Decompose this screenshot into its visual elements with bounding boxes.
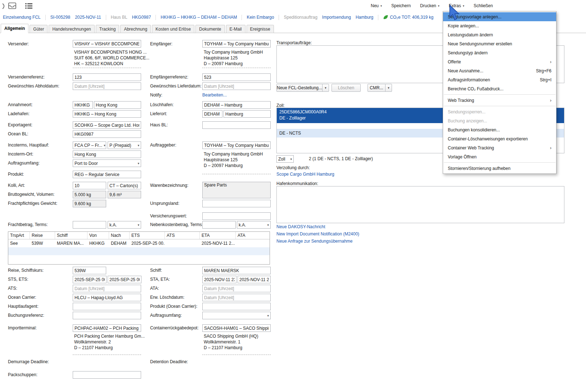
versender-field[interactable] bbox=[73, 40, 141, 48]
menu-item-auftragsinformationen[interactable]: AuftragsinformationenStrg+I bbox=[443, 75, 556, 84]
menu-item-kopie-anlegen[interactable]: Kopie anlegen... bbox=[443, 21, 556, 30]
nebenkosten-terms-select[interactable]: k.A.▾ bbox=[237, 221, 271, 229]
table-row[interactable]: See 539W MAREN MA... HKHKG DEHAM 2025-SE… bbox=[8, 239, 270, 247]
annahmeort-name-field[interactable] bbox=[94, 101, 141, 109]
cmr-dropdown-arrow[interactable]: ▾ bbox=[385, 84, 392, 92]
tab-tracking[interactable]: Tracking bbox=[96, 25, 120, 33]
frachtbetrag-terms-select[interactable]: k.A.▾ bbox=[108, 221, 141, 229]
erw-loeschdatum-field[interactable] bbox=[202, 294, 271, 301]
table-header-schiff[interactable]: Schiff bbox=[55, 232, 87, 239]
co2-total[interactable]: CO₂e TOT: 406,319 kg bbox=[383, 15, 433, 20]
kolli-art-field[interactable] bbox=[108, 182, 141, 189]
hauptlaufagent-field[interactable] bbox=[73, 303, 141, 310]
buchungsreferenz-field[interactable] bbox=[73, 312, 141, 319]
incoterm-ort-field[interactable] bbox=[73, 150, 141, 158]
warenbezeichnung-textarea[interactable]: Spare Parts bbox=[202, 182, 271, 198]
exportagent-field[interactable] bbox=[73, 121, 141, 129]
notify-bearbeiten-link[interactable]: Bearbeiten... bbox=[202, 93, 227, 98]
inbox-icon[interactable] bbox=[8, 2, 17, 9]
tab-dokumente[interactable]: Dokumente bbox=[195, 25, 225, 33]
ocean-bl-field[interactable] bbox=[73, 130, 141, 138]
tab-gueter[interactable]: Güter bbox=[30, 25, 48, 33]
shipment-id[interactable]: SI-005298 bbox=[50, 15, 70, 20]
table-header-ats[interactable]: ATS bbox=[165, 232, 200, 239]
frachtbetrag-field[interactable] bbox=[73, 221, 106, 229]
fcl-dropdown-arrow[interactable]: ▾ bbox=[322, 84, 329, 92]
table-header-trspart[interactable]: TrspArt bbox=[8, 232, 30, 239]
haus-bl-field[interactable] bbox=[202, 121, 271, 129]
menu-item-berechne-co2[interactable]: Berechne CO₂ Fußabdruck... bbox=[443, 84, 556, 93]
tab-allgemein[interactable]: Allgemein bbox=[1, 24, 28, 33]
ata-field[interactable] bbox=[202, 285, 271, 292]
tab-ereignisse[interactable]: Ereignisse bbox=[247, 25, 274, 33]
menu-item-offerte[interactable]: Offerte› bbox=[443, 57, 556, 66]
produkt-ocean-carrier-field[interactable] bbox=[202, 303, 271, 310]
abholdatum-field[interactable] bbox=[73, 82, 141, 90]
hauptlauf-terms-select[interactable]: P (Prepaid)▾ bbox=[108, 141, 141, 149]
hafenkommunikation-list[interactable] bbox=[276, 186, 564, 223]
sts-field[interactable] bbox=[73, 276, 107, 283]
importterminal-field[interactable] bbox=[73, 324, 141, 332]
lieferort-code-field[interactable] bbox=[202, 110, 222, 118]
table-header-ets[interactable]: ETS bbox=[130, 232, 165, 239]
packschuppen-field[interactable] bbox=[73, 371, 141, 379]
menu-item-neue-sendungsnummer[interactable]: Neue Sendungsnummer erstellen bbox=[443, 39, 556, 48]
menu-item-stornieren[interactable]: Stornieren/Stornierung aufheben bbox=[443, 164, 556, 173]
menu-item-vorlage-oeffnen[interactable]: Vorlage Öffnen bbox=[443, 152, 556, 161]
ursprungsland-field[interactable] bbox=[202, 200, 271, 207]
nebenkosten-field[interactable] bbox=[202, 221, 236, 229]
reise-field[interactable] bbox=[73, 267, 106, 274]
table-header-ata[interactable]: ATA bbox=[236, 232, 270, 239]
sta-field[interactable] bbox=[202, 276, 236, 283]
menu-item-container-loeschanweisungen[interactable]: Container-Löschanweisungen exportieren bbox=[443, 134, 556, 143]
tab-email[interactable]: E-Mail bbox=[226, 25, 245, 33]
table-header-eta[interactable]: ETA bbox=[200, 232, 236, 239]
table-header-von[interactable]: Von bbox=[87, 232, 109, 239]
menu-item-neue-ausnahme[interactable]: Neue Ausnahme...Strg+F6 bbox=[443, 66, 556, 75]
menu-item-sendungstyp-aendern[interactable]: Sendungstyp ändern bbox=[443, 48, 556, 57]
lieferort-name-field[interactable] bbox=[224, 110, 271, 118]
tab-kosten-und-erloese[interactable]: Kosten und Erlöse bbox=[152, 25, 194, 33]
address-resize-handle[interactable] bbox=[73, 68, 141, 68]
table-header-reise[interactable]: Reise bbox=[30, 232, 55, 239]
incoterms-select[interactable]: FCA CP – Fr...▾ bbox=[73, 141, 106, 149]
neue-dakosy-nachricht-link[interactable]: Neue DAKOSY-Nachricht bbox=[276, 224, 325, 229]
ets-field[interactable] bbox=[108, 276, 141, 283]
tab-abrechnung[interactable]: Abrechnung bbox=[120, 25, 151, 33]
lieferdatum-field[interactable] bbox=[202, 82, 271, 90]
empfaengerreferenz-field[interactable] bbox=[202, 73, 271, 81]
empfaenger-field[interactable] bbox=[202, 40, 271, 48]
eta-field[interactable] bbox=[238, 276, 271, 283]
annahmeort-code-field[interactable] bbox=[73, 101, 93, 109]
produkt-field[interactable] bbox=[73, 171, 141, 178]
loeschhafen-field[interactable] bbox=[202, 101, 271, 109]
auftragsumfang2-select[interactable]: ▾ bbox=[202, 312, 271, 319]
schliessen-button[interactable]: Schließen bbox=[474, 3, 493, 8]
drucken-button[interactable]: Drucken▾ bbox=[420, 3, 440, 8]
address-resize-handle[interactable] bbox=[73, 355, 141, 355]
menu-item-leistungsdatum-aendern[interactable]: Leistungsdatum ändern bbox=[443, 30, 556, 39]
ats-field[interactable] bbox=[73, 285, 141, 292]
depot-field[interactable] bbox=[202, 324, 271, 332]
verzollung-link[interactable]: Scope Cargo GmbH Hamburg bbox=[276, 172, 334, 177]
auftragsumfang-select[interactable]: Port to Door▾ bbox=[73, 159, 141, 167]
embargo-status[interactable]: Kein Embargo bbox=[247, 15, 274, 20]
neue-fcl-gestellung-button[interactable]: Neue FCL-Gestellung... bbox=[276, 84, 323, 92]
schiff-field[interactable] bbox=[202, 267, 271, 274]
neue-anfrage-sendungsuebernahme-link[interactable]: Neue Anfrage zur Sendungsübernahme bbox=[276, 239, 352, 244]
address-resize-handle[interactable] bbox=[202, 174, 271, 174]
cmr-button[interactable]: CMR... bbox=[368, 84, 386, 92]
versenderreferenz-field[interactable] bbox=[73, 73, 141, 81]
zoll-filter-select[interactable]: Zoll▾ bbox=[276, 155, 294, 163]
tab-handelsrechnungen[interactable]: Handelsrechnungen bbox=[49, 25, 94, 33]
menu-item-buchungen-konsolidieren[interactable]: Buchungen konsolidieren... bbox=[443, 125, 556, 134]
new-import-document-notification-link[interactable]: New Import Document Notification (M2400) bbox=[276, 231, 359, 236]
menu-item-web-tracking[interactable]: Web Tracking› bbox=[443, 96, 556, 105]
auftraggeber-field[interactable] bbox=[202, 141, 271, 149]
table-header-nach[interactable]: Nach bbox=[109, 232, 130, 239]
menu-item-container-web-tracking[interactable]: Container Web Tracking› bbox=[443, 143, 556, 152]
speichern-button[interactable]: Speichern bbox=[391, 3, 411, 8]
address-resize-handle[interactable] bbox=[202, 355, 271, 355]
address-resize-handle[interactable] bbox=[202, 68, 271, 68]
versicherungswert-field[interactable] bbox=[202, 212, 271, 220]
